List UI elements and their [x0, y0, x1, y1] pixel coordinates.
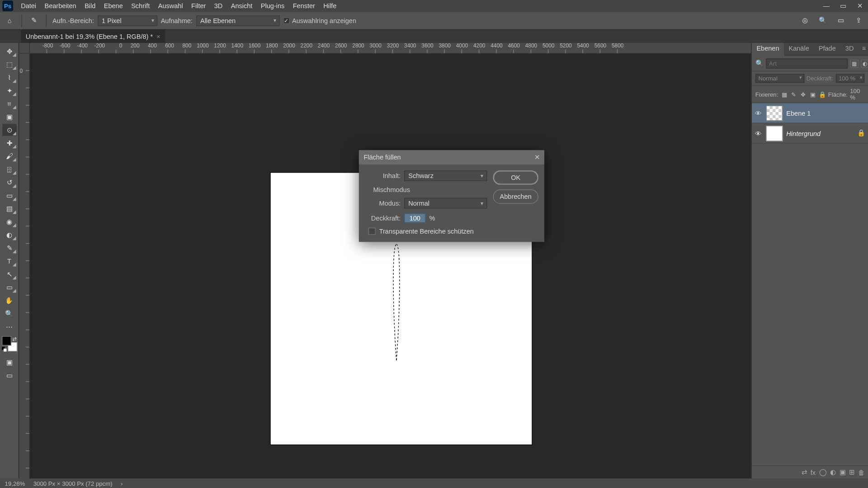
menu-ebene[interactable]: Ebene	[100, 0, 127, 12]
window-maximize-icon[interactable]: ▭	[835, 0, 851, 12]
group-layers-icon[interactable]: ▣	[840, 468, 845, 476]
dialog-close-icon[interactable]: ✕	[534, 154, 540, 161]
menu-bar: Ps Datei Bearbeiten Bild Ebene Schrift A…	[0, 0, 868, 12]
crop-tool[interactable]	[2, 98, 17, 109]
menu-auswahl[interactable]: Auswahl	[154, 0, 187, 12]
eraser-tool[interactable]	[2, 189, 17, 201]
menu-ansicht[interactable]: Ansicht	[227, 0, 257, 12]
fill-opacity-dropdown[interactable]: 100 %	[850, 88, 864, 101]
dialog-titlebar[interactable]: Fläche füllen ✕	[359, 150, 544, 164]
history-brush-tool[interactable]	[2, 176, 17, 188]
cloud-icon[interactable]: ◎	[799, 14, 811, 26]
share-icon[interactable]: ⇪	[853, 14, 864, 26]
filter-adjust-icon[interactable]: ◐	[861, 59, 868, 67]
adjustment-layer-icon[interactable]: ◐	[830, 468, 836, 476]
canvas-area[interactable]: -800-600-400-200020040060080010001200140…	[19, 43, 751, 479]
menu-bild[interactable]: Bild	[80, 0, 100, 12]
document-info[interactable]: 3000 Px × 3000 Px (72 ppcm)	[33, 480, 113, 487]
show-selection-checkbox[interactable]: ✓ Auswahlring anzeigen	[283, 17, 356, 24]
shape-tool[interactable]	[2, 281, 17, 293]
quickmask-tool[interactable]: ▣	[2, 357, 17, 368]
lock-all-icon[interactable]: 🔒	[819, 90, 826, 98]
search-icon[interactable]: 🔍	[817, 14, 829, 26]
marquee-tool[interactable]	[2, 58, 17, 70]
opacity-label: Deckkraft:	[365, 215, 401, 222]
window-close-icon[interactable]: ✕	[851, 0, 868, 12]
window-minimize-icon[interactable]: —	[818, 0, 835, 12]
new-layer-icon[interactable]: ⊞	[849, 468, 854, 476]
menu-plugins[interactable]: Plug-ins	[257, 0, 289, 12]
menu-filter[interactable]: Filter	[187, 0, 210, 12]
frame-tool[interactable]: ▣	[2, 111, 17, 122]
status-chevron-icon[interactable]: ›	[121, 480, 123, 487]
layer-row[interactable]: 👁Hintergrund🔒	[752, 123, 868, 144]
lock-nest-icon[interactable]: ▣	[809, 90, 816, 98]
tab-ebenen[interactable]: Ebenen	[752, 43, 784, 56]
opacity-input[interactable]: 100	[404, 213, 425, 223]
sample-dropdown[interactable]: Alle Ebenen	[196, 15, 280, 26]
pen-tool[interactable]	[2, 242, 17, 253]
lock-pixels-icon[interactable]: ▦	[781, 90, 788, 98]
more-tools[interactable]: ⋯	[2, 320, 17, 332]
tab-3d[interactable]: 3D	[840, 43, 859, 56]
protect-transparent-checkbox[interactable]: Transparente Bereiche schützen	[365, 228, 487, 235]
panel-menu-icon[interactable]: ≡	[859, 43, 868, 56]
lasso-tool[interactable]	[2, 71, 17, 83]
eyedropper-tool-icon[interactable]: ✎	[28, 14, 40, 26]
fill-dialog: Fläche füllen ✕ Inhalt: Schwarz Mischmod…	[359, 150, 544, 242]
content-dropdown[interactable]: Schwarz	[404, 170, 487, 181]
delete-layer-icon[interactable]: 🗑	[858, 469, 865, 476]
menu-3d[interactable]: 3D	[210, 0, 227, 12]
tab-pfade[interactable]: Pfade	[814, 43, 840, 56]
move-tool[interactable]	[2, 45, 17, 57]
screenmode-tool[interactable]: ▭	[2, 370, 17, 381]
document-tab[interactable]: Unbenannt-1 bei 19,3% (Ebene 1, RGB/8) *…	[21, 30, 165, 43]
mode-dropdown[interactable]: Normal	[404, 198, 487, 209]
menu-bearbeiten[interactable]: Bearbeiten	[40, 0, 80, 12]
stamp-tool[interactable]	[2, 163, 17, 175]
layer-opacity-dropdown[interactable]: 100 %	[835, 74, 864, 83]
menu-fenster[interactable]: Fenster	[288, 0, 319, 12]
brush-tool[interactable]	[2, 150, 17, 162]
layer-row[interactable]: 👁Ebene 1	[752, 103, 868, 123]
sample-area-dropdown[interactable]: 1 Pixel	[98, 15, 157, 26]
swap-colors-icon[interactable]: ⇄	[12, 336, 17, 342]
filter-pixel-icon[interactable]: ▦	[850, 59, 858, 67]
layer-fx-icon[interactable]: fx	[811, 469, 816, 476]
zoom-tool[interactable]	[2, 307, 17, 319]
heal-tool[interactable]	[2, 137, 17, 149]
layer-thumbnail[interactable]	[766, 105, 783, 121]
foreground-background-swatch[interactable]: ⇄	[1, 336, 17, 352]
visibility-eye-icon[interactable]: 👁	[754, 130, 762, 137]
close-tab-icon[interactable]: ×	[156, 33, 160, 40]
home-icon[interactable]: ⌂	[4, 14, 15, 26]
eyedropper-tool[interactable]	[2, 124, 17, 136]
blur-tool[interactable]	[2, 216, 17, 227]
lock-move-icon[interactable]: ✥	[800, 90, 807, 98]
menu-datei[interactable]: Datei	[17, 0, 40, 12]
layer-name[interactable]: Hintergrund	[786, 130, 854, 137]
cancel-button[interactable]: Abbrechen	[493, 189, 538, 204]
dodge-tool[interactable]	[2, 229, 17, 240]
foreground-color[interactable]	[1, 336, 11, 346]
layer-name[interactable]: Ebene 1	[786, 109, 865, 117]
hand-tool[interactable]	[2, 294, 17, 306]
path-select-tool[interactable]	[2, 268, 17, 280]
gradient-tool[interactable]	[2, 202, 17, 214]
type-tool[interactable]	[2, 255, 17, 267]
layer-filter-input[interactable]	[766, 58, 848, 68]
layer-mask-icon[interactable]: ◯	[819, 468, 826, 476]
menu-hilfe[interactable]: Hilfe	[319, 0, 340, 12]
tab-kanaele[interactable]: Kanäle	[784, 43, 814, 56]
lock-position-icon[interactable]: ✎	[790, 90, 797, 98]
visibility-eye-icon[interactable]: 👁	[754, 109, 762, 117]
default-colors-icon[interactable]	[1, 347, 6, 352]
workspace-icon[interactable]: ▭	[835, 14, 846, 26]
blend-mode-dropdown[interactable]: Normal	[755, 74, 804, 83]
ok-button[interactable]: OK	[493, 170, 538, 185]
wand-tool[interactable]	[2, 84, 17, 96]
menu-schrift[interactable]: Schrift	[127, 0, 154, 12]
layer-thumbnail[interactable]	[766, 126, 783, 141]
zoom-level[interactable]: 19,26%	[5, 480, 25, 487]
link-layers-icon[interactable]: ⇄	[802, 468, 807, 476]
